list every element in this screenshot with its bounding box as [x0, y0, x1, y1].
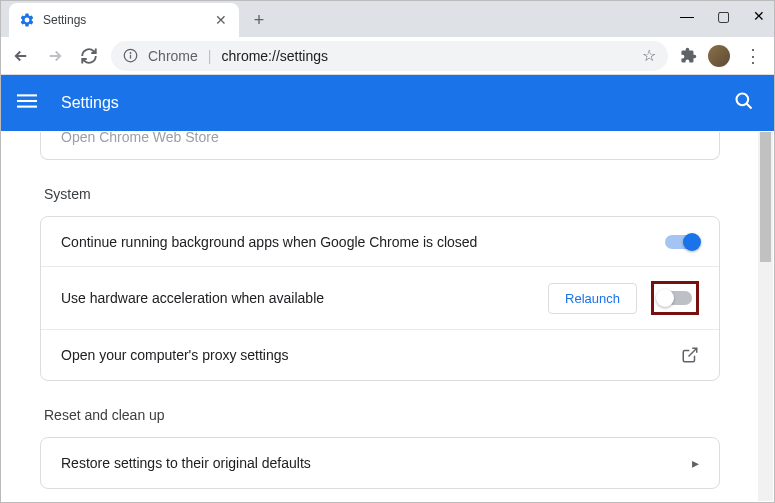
search-icon[interactable]: [734, 91, 758, 115]
window-titlebar: Settings ✕ + — ▢ ✕: [1, 1, 774, 37]
svg-rect-5: [17, 106, 37, 108]
settings-content: Open Chrome Web Store System Continue ru…: [2, 132, 773, 501]
profile-avatar[interactable]: [708, 45, 730, 67]
close-window-icon[interactable]: ✕: [750, 8, 768, 24]
highlight-box: [651, 281, 699, 315]
row-label: Use hardware acceleration when available: [61, 290, 548, 306]
bookmark-star-icon[interactable]: ☆: [642, 46, 656, 65]
address-bar[interactable]: Chrome | chrome://settings ☆: [111, 41, 668, 71]
chrome-menu-icon[interactable]: ⋮: [740, 45, 766, 67]
site-info-icon[interactable]: [123, 48, 138, 63]
reload-button[interactable]: [77, 44, 101, 68]
row-web-store[interactable]: Open Chrome Web Store: [41, 132, 719, 159]
extensions-icon[interactable]: [678, 46, 698, 66]
svg-rect-4: [17, 100, 37, 102]
row-label: Open Chrome Web Store: [61, 132, 699, 145]
browser-toolbar: Chrome | chrome://settings ☆ ⋮: [1, 37, 774, 75]
forward-button[interactable]: [43, 44, 67, 68]
svg-line-8: [689, 348, 697, 356]
row-label: Continue running background apps when Go…: [61, 234, 665, 250]
menu-icon[interactable]: [17, 91, 41, 115]
new-tab-button[interactable]: +: [245, 6, 273, 34]
maximize-icon[interactable]: ▢: [714, 8, 732, 24]
card-reset: Restore settings to their original defau…: [40, 437, 720, 489]
url-divider: |: [208, 48, 212, 64]
minimize-icon[interactable]: —: [678, 8, 696, 24]
scrollbar[interactable]: [758, 132, 773, 501]
toggle-hardware-acceleration[interactable]: [658, 291, 692, 305]
gear-icon: [19, 12, 35, 28]
svg-point-6: [737, 94, 749, 106]
settings-appbar: Settings: [1, 75, 774, 131]
scrollbar-thumb[interactable]: [760, 132, 771, 262]
url-text: chrome://settings: [221, 48, 328, 64]
close-icon[interactable]: ✕: [213, 10, 229, 30]
row-restore-defaults[interactable]: Restore settings to their original defau…: [41, 438, 719, 488]
svg-point-1: [130, 52, 132, 54]
browser-tab[interactable]: Settings ✕: [9, 3, 239, 37]
url-prefix: Chrome: [148, 48, 198, 64]
svg-line-7: [747, 104, 752, 109]
chevron-right-icon: ▸: [692, 455, 699, 471]
section-title-system: System: [40, 186, 720, 202]
section-title-reset: Reset and clean up: [40, 407, 720, 423]
appbar-title: Settings: [61, 94, 734, 112]
relaunch-button[interactable]: Relaunch: [548, 283, 637, 314]
open-external-icon: [681, 346, 699, 364]
row-proxy-settings[interactable]: Open your computer's proxy settings: [41, 330, 719, 380]
toggle-background-apps[interactable]: [665, 235, 699, 249]
card-truncated: Open Chrome Web Store: [40, 132, 720, 160]
row-label: Restore settings to their original defau…: [61, 455, 692, 471]
scroll-area[interactable]: Open Chrome Web Store System Continue ru…: [2, 132, 758, 501]
back-button[interactable]: [9, 44, 33, 68]
svg-rect-3: [17, 94, 37, 96]
card-system: Continue running background apps when Go…: [40, 216, 720, 381]
svg-rect-2: [130, 55, 131, 59]
row-label: Open your computer's proxy settings: [61, 347, 681, 363]
row-hardware-acceleration: Use hardware acceleration when available…: [41, 267, 719, 330]
tab-title: Settings: [43, 13, 213, 27]
row-background-apps: Continue running background apps when Go…: [41, 217, 719, 267]
